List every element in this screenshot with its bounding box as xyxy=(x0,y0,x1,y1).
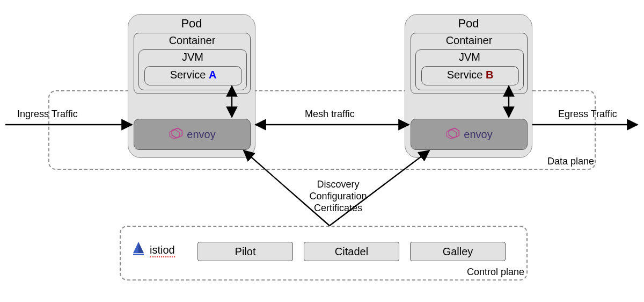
pod-a: Pod Container JVM Service A envoy xyxy=(128,14,255,158)
pilot-label: Pilot xyxy=(235,246,256,258)
pod-b-service-label: Service B xyxy=(422,69,518,81)
galley-label: Galley xyxy=(443,246,473,258)
istiod-label: istiod xyxy=(150,244,175,257)
pod-b-container-label: Container xyxy=(411,34,527,47)
svg-marker-0 xyxy=(133,242,138,253)
pod-a-service-label: Service A xyxy=(145,69,241,81)
pilot-box: Pilot xyxy=(197,242,293,261)
pod-b-service-name: B xyxy=(486,69,493,81)
pod-b-title: Pod xyxy=(405,17,532,31)
envoy-icon xyxy=(169,127,184,142)
svg-rect-2 xyxy=(133,254,144,255)
envoy-a-label: envoy xyxy=(187,128,215,141)
pod-a-service-name: A xyxy=(209,69,216,81)
pod-b: Pod Container JVM Service B envoy xyxy=(405,14,532,158)
pod-a-service-prefix: Service xyxy=(170,69,209,81)
certificates-label: Certificates xyxy=(303,203,373,214)
envoy-icon xyxy=(445,127,460,142)
citadel-label: Citadel xyxy=(335,246,368,258)
galley-box: Galley xyxy=(410,242,506,261)
pod-a-service: Service A xyxy=(144,66,242,85)
envoy-b-label: envoy xyxy=(464,128,492,141)
pod-b-service: Service B xyxy=(421,66,519,85)
envoy-a: envoy xyxy=(134,119,251,150)
pod-a-title: Pod xyxy=(128,17,255,31)
pod-b-jvm: JVM Service B xyxy=(415,49,524,90)
data-plane-label: Data plane xyxy=(547,156,594,167)
ingress-traffic-label: Ingress Traffic xyxy=(17,109,78,120)
pod-a-jvm-label: JVM xyxy=(139,51,246,63)
pod-a-container: Container JVM Service A xyxy=(134,33,251,94)
pod-b-service-prefix: Service xyxy=(447,69,486,81)
citadel-box: Citadel xyxy=(304,242,399,261)
istiod: istiod xyxy=(131,240,191,261)
egress-traffic-label: Egress Traffic xyxy=(558,109,617,120)
svg-marker-1 xyxy=(138,242,144,253)
pod-a-container-label: Container xyxy=(134,34,250,47)
istio-icon xyxy=(131,241,145,260)
control-plane-label: Control plane xyxy=(467,267,524,278)
configuration-label: Configuration xyxy=(303,191,373,202)
envoy-b: envoy xyxy=(411,119,528,150)
mesh-traffic-label: Mesh traffic xyxy=(305,109,355,120)
discovery-label: Discovery xyxy=(303,179,373,190)
pod-b-jvm-label: JVM xyxy=(416,51,523,63)
pod-a-jvm: JVM Service A xyxy=(138,49,247,90)
pod-b-container: Container JVM Service B xyxy=(411,33,528,94)
